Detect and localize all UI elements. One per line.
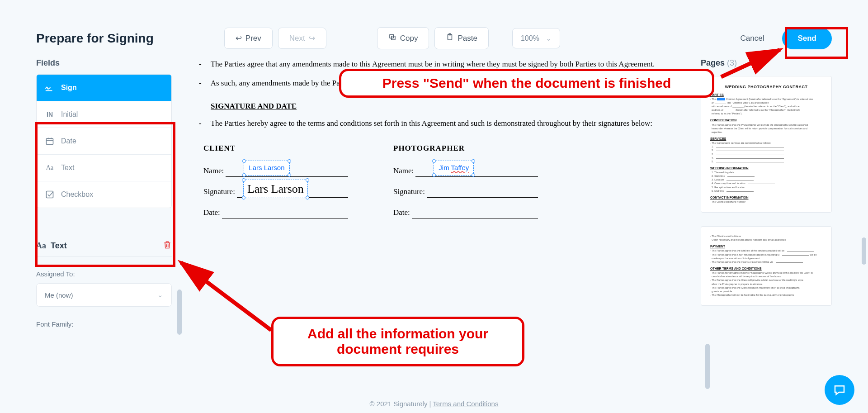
client-name-label: Name:	[203, 165, 224, 177]
next-label: Next	[289, 34, 305, 43]
page-thumbnail-1[interactable]: WEDDING PHOTOGRAPHY CONTRACT PARTIES - T…	[701, 76, 832, 213]
calendar-icon	[45, 136, 55, 146]
paste-label: Paste	[458, 34, 477, 43]
client-signature-label: Signature:	[203, 186, 235, 198]
text-panel-title: Text	[51, 241, 67, 251]
zoom-select[interactable]: 100% ⌄	[512, 28, 560, 48]
doc-para-1: The Parties agree that any amendments ma…	[211, 58, 674, 70]
client-signature-field[interactable]: Lars Larson	[243, 180, 308, 198]
svg-rect-5	[47, 138, 53, 144]
fields-heading: Fields	[36, 58, 172, 68]
client-date-line[interactable]	[222, 206, 348, 218]
field-text-label: Text	[61, 164, 74, 172]
field-checkbox-label: Checkbox	[61, 190, 93, 199]
photographer-date-label: Date:	[393, 207, 410, 218]
chevron-down-icon: ⌄	[157, 291, 163, 299]
client-name-field[interactable]: Lars Larson	[244, 161, 289, 176]
annotation-fields-hint: Add all the information your document re…	[271, 317, 524, 366]
assigned-to-value: Me (now)	[45, 291, 73, 299]
text-icon: Aa	[45, 163, 55, 173]
copy-button[interactable]: Copy	[377, 27, 429, 49]
font-family-label: Font Family:	[36, 320, 172, 328]
client-name-line[interactable]: Lars Larson	[226, 164, 348, 177]
photographer-heading: PHOTOGRAPHER	[393, 142, 538, 154]
next-button[interactable]: Next ↪	[278, 28, 326, 49]
document-canvas[interactable]: -The Parties agree that any amendments m…	[190, 58, 683, 328]
fields-list: Sign IN Initial Date Aa Text Checkbox	[36, 74, 172, 208]
photographer-signature-label: Signature:	[393, 186, 425, 198]
prev-label: Prev	[245, 34, 261, 43]
copy-label: Copy	[400, 34, 418, 43]
right-scrollbar[interactable]	[705, 344, 710, 389]
signature-icon	[45, 83, 55, 93]
client-heading: CLIENT	[203, 142, 348, 154]
assigned-to-select[interactable]: Me (now) ⌄	[36, 283, 172, 307]
send-button[interactable]: Send	[782, 28, 832, 49]
photographer-signature-line[interactable]	[427, 185, 538, 198]
page-title: Prepare for Signing	[36, 31, 154, 46]
text-aa-icon: Aa	[36, 241, 46, 251]
annotation-send-hint: Press "Send" when the document is finish…	[339, 69, 714, 98]
undo-arrow-icon: ↩	[236, 33, 242, 43]
chat-icon	[833, 383, 846, 397]
field-sign-label: Sign	[61, 84, 77, 92]
field-date-label: Date	[61, 137, 76, 145]
checkbox-icon	[45, 190, 55, 199]
photographer-name-label: Name:	[393, 165, 414, 177]
field-sign[interactable]: Sign	[37, 75, 171, 101]
pages-heading: Pages (3)	[701, 58, 832, 68]
field-checkbox[interactable]: Checkbox	[37, 181, 171, 208]
signature-date-heading: SIGNATURE AND DATE	[211, 100, 674, 112]
trash-icon[interactable]	[163, 240, 172, 252]
redo-arrow-icon: ↪	[309, 33, 315, 43]
page-thumbnail-2[interactable]: - The Client's email address - Other nec…	[701, 226, 832, 306]
photographer-date-line[interactable]	[412, 206, 538, 218]
doc-para-3: The Parties hereby agree to the terms an…	[211, 118, 674, 129]
svg-rect-9	[47, 191, 53, 198]
zoom-value: 100%	[521, 34, 539, 43]
copy-icon	[388, 33, 396, 43]
field-text[interactable]: Aa Text	[37, 155, 171, 181]
initial-icon: IN	[45, 109, 55, 119]
cancel-button[interactable]: Cancel	[730, 28, 775, 48]
client-signature-line[interactable]: Lars Larson	[237, 185, 348, 198]
help-button[interactable]	[825, 375, 854, 405]
assigned-to-label: Assigned To:	[36, 270, 172, 278]
field-date[interactable]: Date	[37, 128, 171, 155]
terms-link[interactable]: Terms and Conditions	[433, 400, 498, 408]
photographer-name-line[interactable]: Jim Taffey	[415, 164, 538, 177]
footer: © 2021 Signaturely | Terms and Condition…	[0, 400, 868, 408]
field-initial-label: Initial	[61, 110, 78, 119]
field-initial[interactable]: IN Initial	[37, 101, 171, 128]
client-date-label: Date:	[203, 207, 220, 218]
clipboard-icon	[446, 33, 454, 43]
prev-button[interactable]: ↩ Prev	[224, 28, 273, 49]
photographer-name-field[interactable]: Jim Taffey	[434, 161, 474, 176]
left-scrollbar[interactable]	[177, 290, 182, 335]
paste-button[interactable]: Paste	[434, 27, 488, 49]
chevron-down-icon: ⌄	[546, 34, 552, 43]
page-scrollbar[interactable]	[862, 237, 866, 265]
